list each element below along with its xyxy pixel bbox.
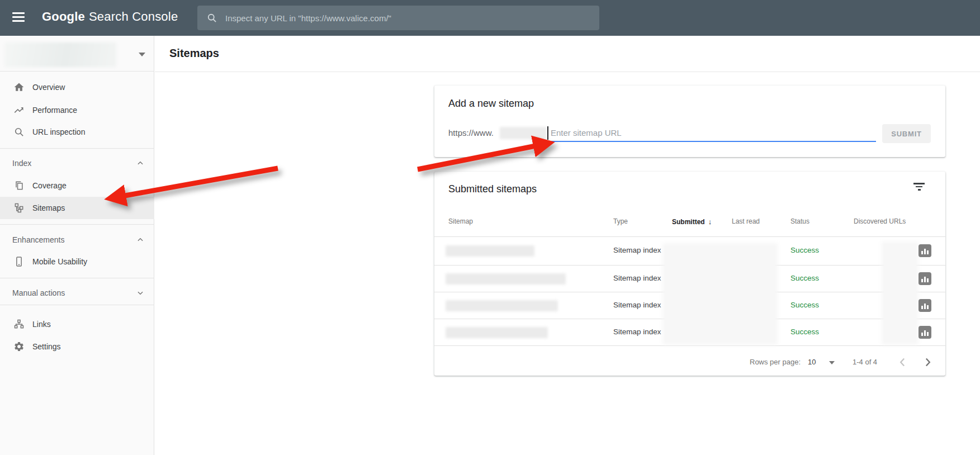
sitemap-url-prefix: https://www.	[448, 128, 494, 138]
sidebar-section-manual-actions[interactable]: Manual actions	[0, 285, 154, 301]
sort-desc-icon: ↓	[708, 217, 712, 226]
url-inspect-input[interactable]	[225, 13, 599, 23]
sidebar-item-mobile-usability[interactable]: Mobile Usability	[0, 250, 154, 273]
filter-icon[interactable]	[911, 183, 927, 197]
status-success: Success	[790, 328, 819, 336]
counts-redacted	[884, 244, 916, 342]
sidebar-item-settings[interactable]: Settings	[0, 335, 154, 358]
col-header-type[interactable]: Type	[613, 217, 628, 225]
sidebar-item-label: Overview	[32, 83, 65, 92]
status-success: Success	[790, 246, 819, 254]
sitemap-name-redacted	[446, 273, 566, 285]
rows-per-page-label: Rows per page:	[750, 358, 801, 366]
see-index-coverage-icon[interactable]	[919, 272, 931, 285]
logo-search-console: Search Console	[89, 10, 178, 23]
chevron-down-icon	[136, 289, 144, 297]
submitted-sitemaps-card: Submitted sitemaps Sitemap Type Submitte…	[434, 172, 945, 376]
domain-redacted	[500, 127, 547, 139]
chevron-up-icon	[136, 159, 144, 167]
page-header: Sitemaps	[155, 36, 980, 72]
sitemap-name-redacted	[446, 300, 558, 311]
sidebar-item-overview[interactable]: Overview	[0, 76, 154, 98]
sidebar-item-label: Sitemaps	[32, 203, 65, 212]
url-inspect-searchbox[interactable]	[197, 6, 599, 30]
status-success: Success	[790, 274, 819, 282]
table-pagination: Rows per page: 10 1-4 of 4	[434, 349, 945, 376]
sidebar-section-enhancements[interactable]: Enhancements	[0, 231, 154, 248]
sidebar-item-label: Performance	[32, 106, 77, 115]
pagination-range: 1-4 of 4	[853, 358, 877, 366]
sitemap-tree-icon	[13, 202, 25, 214]
next-page-icon[interactable]	[920, 355, 935, 369]
top-app-bar: GoogleSearch Console	[0, 0, 980, 36]
sidebar-item-label: URL inspection	[32, 127, 85, 136]
col-header-status[interactable]: Status	[790, 217, 809, 225]
sidebar: Overview Performance URL inspection Inde…	[0, 36, 154, 455]
sidebar-item-label: Mobile Usability	[32, 257, 87, 266]
property-dropdown-icon[interactable]	[139, 53, 145, 56]
see-index-coverage-icon[interactable]	[919, 299, 931, 312]
text-cursor	[547, 126, 548, 140]
org-chart-icon	[13, 319, 25, 330]
sidebar-item-links[interactable]: Links	[0, 313, 154, 335]
property-selector-redacted[interactable]	[4, 42, 116, 67]
sidebar-item-label: Coverage	[32, 181, 67, 190]
see-index-coverage-icon[interactable]	[919, 326, 931, 339]
add-sitemap-title: Add a new sitemap	[448, 98, 534, 110]
rows-per-page-dropdown-icon[interactable]	[829, 361, 835, 364]
sidebar-item-url-inspection[interactable]: URL inspection	[0, 121, 154, 143]
sitemap-name-redacted	[446, 245, 534, 257]
page-title: Sitemaps	[169, 47, 219, 60]
sitemap-url-input[interactable]: Enter sitemap URL	[551, 128, 622, 138]
section-label: Manual actions	[12, 288, 65, 297]
col-header-sitemap[interactable]: Sitemap	[448, 217, 473, 225]
logo-google: Google	[42, 10, 85, 23]
sidebar-section-index[interactable]: Index	[0, 155, 154, 172]
magnifier-icon	[13, 126, 25, 138]
sitemap-name-redacted	[446, 327, 548, 338]
pages-icon	[13, 180, 25, 191]
submit-button[interactable]: SUBMIT	[882, 124, 931, 143]
add-sitemap-card: Add a new sitemap https://www. Enter sit…	[434, 86, 945, 157]
sitemap-type: Sitemap index	[613, 274, 661, 282]
home-icon	[13, 82, 25, 93]
sidebar-item-coverage[interactable]: Coverage	[0, 174, 154, 197]
trending-up-icon	[13, 105, 25, 116]
menu-icon[interactable]	[12, 12, 25, 22]
status-success: Success	[790, 301, 819, 309]
previous-page-icon[interactable]	[896, 355, 910, 369]
see-index-coverage-icon[interactable]	[919, 244, 931, 257]
sidebar-item-label: Links	[32, 320, 51, 329]
col-header-last-read[interactable]: Last read	[732, 217, 760, 225]
app-logo: GoogleSearch Console	[42, 10, 178, 24]
sidebar-item-sitemaps[interactable]: Sitemaps	[0, 197, 154, 219]
sidebar-item-performance[interactable]: Performance	[0, 99, 154, 121]
col-header-submitted[interactable]: Submitted↓	[672, 217, 712, 226]
sitemap-type: Sitemap index	[613, 328, 661, 336]
gear-icon	[13, 341, 25, 352]
submitted-sitemaps-title: Submitted sitemaps	[448, 183, 537, 195]
input-underline	[548, 141, 876, 142]
section-label: Enhancements	[12, 235, 64, 244]
sitemap-type: Sitemap index	[613, 246, 661, 254]
sidebar-item-label: Settings	[32, 342, 61, 351]
sitemap-type: Sitemap index	[613, 301, 661, 309]
rows-per-page-value[interactable]: 10	[808, 358, 816, 366]
col-header-discovered[interactable]: Discovered URLs	[854, 217, 906, 225]
search-icon	[206, 12, 217, 23]
section-label: Index	[12, 159, 31, 168]
chevron-up-icon	[136, 236, 144, 244]
mobile-icon	[13, 256, 25, 267]
dates-redacted	[665, 246, 775, 342]
